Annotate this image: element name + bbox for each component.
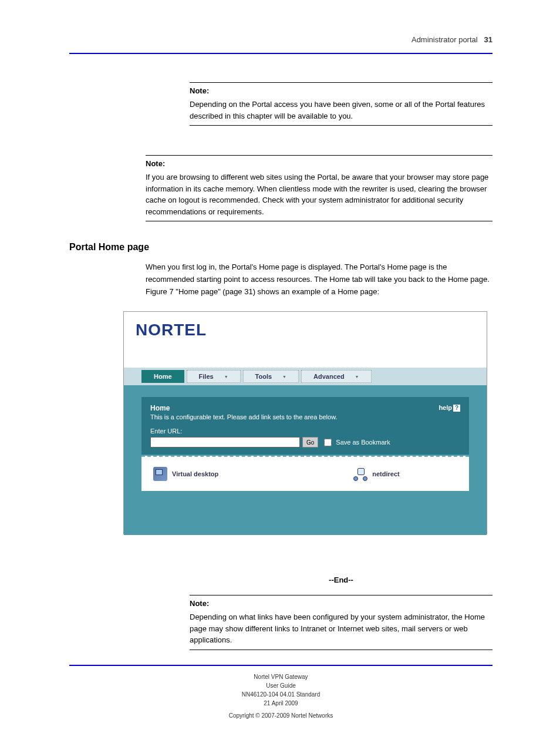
virtual-desktop-icon: [153, 467, 167, 481]
paragraph-text: When you first log in, the Portal's Home…: [146, 261, 492, 298]
note-label: Note:: [146, 159, 492, 168]
link-virtual-desktop[interactable]: Virtual desktop: [153, 467, 218, 481]
portal-logo-area: NORTEL: [124, 312, 487, 368]
note-label: Note:: [190, 86, 492, 95]
tab-tools[interactable]: Tools: [243, 370, 299, 383]
footer-line2: User Guide: [69, 681, 492, 690]
portal-screenshot: NORTEL Home Files Tools Advanced help? H…: [123, 311, 487, 534]
footer-line5: Copyright © 2007-2009 Nortel Networks: [69, 711, 492, 720]
note-block-2: Note: If you are browsing to different w…: [146, 155, 492, 221]
nortel-logo: NORTEL: [136, 321, 487, 339]
footer-line3: NN46120-104 04.01 Standard: [69, 690, 492, 699]
home-panel: help? Home This is a configurable text. …: [141, 397, 469, 455]
portal-body: help? Home This is a configurable text. …: [124, 385, 487, 535]
header-page-number: 31: [484, 35, 492, 44]
note-block-1: Note: Depending on the Portal access you…: [190, 82, 492, 126]
footer-line1: Nortel VPN Gateway: [69, 672, 492, 681]
url-label: Enter URL:: [150, 428, 460, 435]
footer-line4: 21 April 2009: [69, 699, 492, 708]
page-header: Administrator portal 31: [69, 35, 492, 44]
help-link[interactable]: help?: [438, 404, 460, 412]
help-icon: ?: [453, 405, 460, 412]
home-panel-desc: This is a configurable text. Please add …: [150, 413, 460, 420]
go-button[interactable]: Go: [302, 437, 318, 447]
header-rule: [69, 53, 492, 54]
url-input[interactable]: [150, 437, 300, 447]
tab-files[interactable]: Files: [187, 370, 241, 383]
note-text: If you are browsing to different web sit…: [146, 171, 492, 217]
header-section-title: Administrator portal: [411, 35, 478, 44]
note-text: Depending on the Portal access you have …: [190, 99, 492, 122]
portal-nav: Home Files Tools Advanced: [124, 368, 487, 385]
note-text: Depending on what links have been config…: [190, 611, 492, 646]
tab-advanced[interactable]: Advanced: [301, 370, 372, 383]
links-panel: Virtual desktop netdirect: [141, 456, 469, 491]
end-marker: --End--: [190, 576, 492, 584]
section-heading: Portal Home page: [69, 242, 492, 253]
footer-rule: [69, 665, 492, 666]
note-label: Note:: [190, 599, 492, 608]
netdirect-icon: [353, 467, 367, 481]
doc-footer: Nortel VPN Gateway User Guide NN46120-10…: [69, 672, 492, 720]
note-block-3: --End-- Note: Depending on what links ha…: [190, 564, 492, 653]
bookmark-checkbox[interactable]: [324, 439, 332, 446]
home-panel-title: Home: [150, 404, 460, 412]
link-netdirect[interactable]: netdirect: [353, 467, 399, 481]
tab-home[interactable]: Home: [141, 370, 184, 383]
bookmark-label: Save as Bookmark: [336, 439, 390, 446]
